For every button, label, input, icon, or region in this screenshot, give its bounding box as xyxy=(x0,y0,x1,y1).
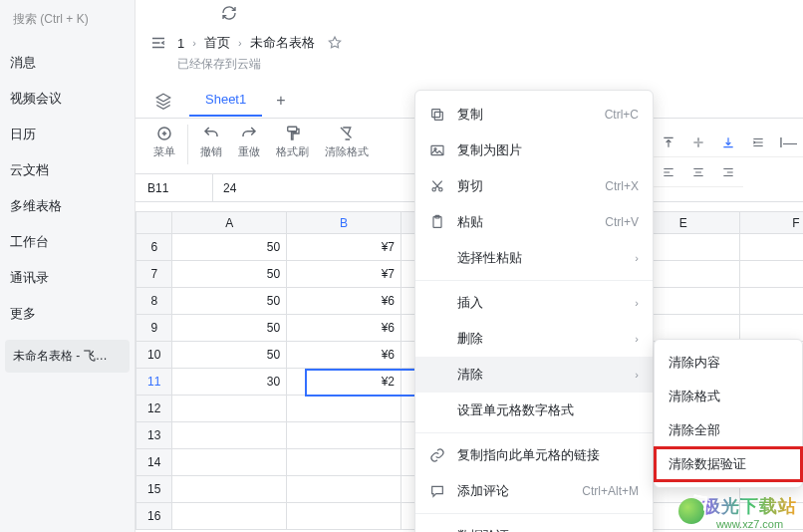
valign-bottom-icon[interactable] xyxy=(713,128,743,157)
collapse-icon[interactable] xyxy=(149,34,167,52)
cell[interactable] xyxy=(287,476,402,503)
valign-mid-icon[interactable] xyxy=(683,128,713,157)
cell[interactable] xyxy=(739,234,803,261)
clear-format-button[interactable]: 清除格式 xyxy=(317,125,377,159)
name-box[interactable]: B11 xyxy=(135,174,213,201)
align-left-icon[interactable] xyxy=(654,157,683,187)
corner-cell[interactable] xyxy=(136,212,172,234)
cell[interactable] xyxy=(172,449,287,476)
cell[interactable] xyxy=(739,288,803,315)
ctx-cut[interactable]: 剪切Ctrl+X xyxy=(415,168,653,204)
sub-clear-all[interactable]: 清除全部 xyxy=(655,413,802,447)
cell[interactable] xyxy=(172,396,287,422)
undo-button[interactable]: 撤销 xyxy=(192,125,230,159)
cell[interactable]: 50 xyxy=(172,315,287,342)
sidebar: 搜索 (Ctrl + K) 消息 视频会议 日历 云文档 多维表格 工作台 通讯… xyxy=(0,0,135,532)
star-icon[interactable] xyxy=(327,35,343,51)
sidebar-item-contacts[interactable]: 通讯录 xyxy=(0,260,134,296)
watermark-url: www.xz7.com xyxy=(716,518,783,530)
align-right-icon[interactable] xyxy=(713,157,743,187)
sidebar-item-calendar[interactable]: 日历 xyxy=(0,117,134,152)
ctx-add-comment[interactable]: 添加评论Ctrl+Alt+M xyxy=(415,473,653,509)
add-tab-button[interactable]: + xyxy=(262,84,299,118)
row-header[interactable]: 7 xyxy=(136,261,172,288)
indent-icon[interactable] xyxy=(743,128,773,157)
image-icon xyxy=(429,142,445,158)
row-header[interactable]: 10 xyxy=(136,342,172,369)
row-header[interactable]: 12 xyxy=(136,396,172,422)
cell[interactable] xyxy=(172,503,287,530)
refresh-icon[interactable] xyxy=(221,5,237,21)
sidebar-item-messages[interactable]: 消息 xyxy=(0,45,134,81)
row-header[interactable]: 13 xyxy=(136,422,172,449)
ctx-paste-special[interactable]: 选择性粘贴› xyxy=(415,240,653,276)
ctx-insert[interactable]: 插入› xyxy=(415,285,653,321)
sidebar-item-cloud-docs[interactable]: 云文档 xyxy=(0,152,134,188)
row-header[interactable]: 16 xyxy=(136,503,172,530)
search-input[interactable]: 搜索 (Ctrl + K) xyxy=(6,6,129,33)
row-header[interactable]: 9 xyxy=(136,315,172,342)
row-header[interactable]: 6 xyxy=(136,234,172,261)
ctx-copy-cell-link[interactable]: 复制指向此单元格的链接 xyxy=(415,437,653,473)
column-icon[interactable]: I— xyxy=(773,128,803,157)
col-header[interactable]: B xyxy=(287,212,402,234)
format-painter-button[interactable]: 格式刷 xyxy=(268,125,317,159)
row-header[interactable]: 11 xyxy=(136,369,172,396)
ctx-copy[interactable]: 复制Ctrl+C xyxy=(415,97,653,133)
cell[interactable] xyxy=(172,476,287,503)
layers-icon[interactable] xyxy=(149,87,177,115)
row-header[interactable]: 15 xyxy=(136,476,172,503)
ctx-copy-as-pic[interactable]: 复制为图片 xyxy=(415,133,653,168)
svg-point-7 xyxy=(439,188,442,191)
cell[interactable]: ¥2 xyxy=(287,369,402,396)
clear-format-label: 清除格式 xyxy=(325,144,369,159)
tab-sheet1[interactable]: Sheet1 xyxy=(189,84,262,117)
sidebar-item-video[interactable]: 视频会议 xyxy=(0,81,134,117)
cell[interactable]: ¥6 xyxy=(287,288,402,315)
row-header[interactable]: 8 xyxy=(136,288,172,315)
cell[interactable]: 30 xyxy=(172,369,287,396)
breadcrumb-sep: › xyxy=(238,37,242,49)
cell[interactable]: 50 xyxy=(172,261,287,288)
menu-button[interactable]: 菜单 xyxy=(145,125,183,159)
valign-top-icon[interactable] xyxy=(654,128,683,157)
cell[interactable]: ¥6 xyxy=(287,315,402,342)
breadcrumb-home[interactable]: 首页 xyxy=(204,34,230,52)
sub-clear-data-validation[interactable]: 清除数据验证 xyxy=(655,447,802,481)
redo-label: 重做 xyxy=(238,144,260,159)
redo-button[interactable]: 重做 xyxy=(230,125,268,159)
cell[interactable] xyxy=(287,503,402,530)
sub-clear-format[interactable]: 清除格式 xyxy=(655,380,802,413)
cell[interactable] xyxy=(172,422,287,449)
cell[interactable]: ¥7 xyxy=(287,234,402,261)
ctx-clear[interactable]: 清除› xyxy=(415,357,653,393)
ctx-data-validation[interactable]: 数据验证 xyxy=(415,518,653,532)
sidebar-item-more[interactable]: 更多 xyxy=(0,296,134,332)
cell[interactable] xyxy=(739,261,803,288)
ctx-set-number-format[interactable]: 设置单元格数字格式 xyxy=(415,393,653,428)
ctx-paste[interactable]: 粘贴Ctrl+V xyxy=(415,204,653,240)
ctx-delete[interactable]: 删除› xyxy=(415,321,653,357)
cut-icon xyxy=(429,178,445,194)
cell[interactable] xyxy=(287,396,402,422)
cell[interactable]: 50 xyxy=(172,288,287,315)
col-header[interactable]: A xyxy=(172,212,287,234)
row-header[interactable]: 14 xyxy=(136,449,172,476)
sidebar-open-tab[interactable]: 未命名表格 - 飞… xyxy=(5,340,130,373)
right-edge-toolbar: I— xyxy=(653,128,803,187)
align-center-icon[interactable] xyxy=(683,157,713,187)
cell[interactable] xyxy=(739,315,803,342)
cell[interactable]: ¥6 xyxy=(287,342,402,369)
breadcrumb: 1 › 首页 › 未命名表格 xyxy=(177,34,343,52)
saved-status: 已经保存到云端 xyxy=(135,54,803,83)
cell[interactable] xyxy=(287,422,402,449)
sidebar-item-workbench[interactable]: 工作台 xyxy=(0,224,134,260)
cell[interactable]: ¥7 xyxy=(287,261,402,288)
col-header[interactable]: F xyxy=(739,212,803,234)
sub-clear-content[interactable]: 清除内容 xyxy=(655,346,802,380)
cell[interactable]: 50 xyxy=(172,234,287,261)
cell[interactable] xyxy=(287,449,402,476)
sidebar-item-bitable[interactable]: 多维表格 xyxy=(0,188,134,224)
cell[interactable]: 50 xyxy=(172,342,287,369)
page-title[interactable]: 未命名表格 xyxy=(250,34,315,52)
